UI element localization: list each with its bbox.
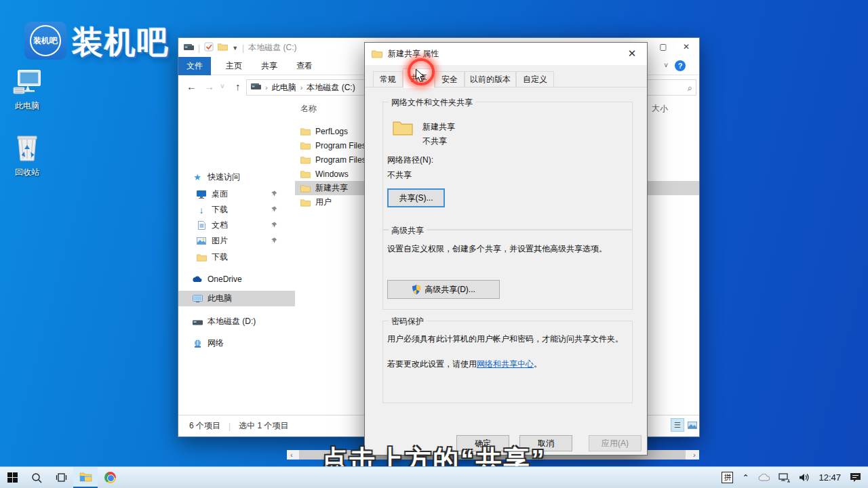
dialog-close-icon[interactable]: ✕ (621, 44, 643, 63)
ribbon-tab-share[interactable]: 共享 (252, 57, 287, 75)
tab-general[interactable]: 常规 (373, 71, 403, 87)
history-dropdown-icon[interactable]: ˅ (220, 83, 224, 90)
taskbar-chrome-button[interactable] (98, 467, 122, 488)
help-icon[interactable]: ? (675, 60, 686, 71)
folder-icon (300, 199, 311, 207)
search-icon: ⌕ (688, 83, 692, 94)
separator: | (229, 422, 231, 431)
maximize-button[interactable]: ▢ (653, 38, 673, 56)
desktop-icon-label: 回收站 (5, 167, 49, 178)
separator: | (242, 43, 244, 53)
group-title: 密码保护 (389, 316, 427, 327)
qat-dropdown-icon[interactable]: ▼ (232, 45, 238, 52)
thumbnail-view-button[interactable] (686, 418, 699, 432)
sidebar-item-network[interactable]: 网络 (178, 336, 295, 351)
taskbar-explorer-button[interactable] (73, 467, 98, 488)
status-selected-count: 选中 1 个项目 (239, 420, 288, 432)
uac-shield-icon (412, 285, 421, 295)
pin-icon (271, 190, 277, 199)
drive-icon (184, 43, 194, 53)
task-view-button[interactable] (49, 467, 73, 488)
ribbon-expand-icon[interactable]: ˅ (664, 62, 668, 69)
onedrive-cloud-icon (192, 276, 203, 283)
drive-icon (192, 319, 203, 325)
search-input[interactable]: ⌕ (645, 79, 696, 96)
sidebar-item-downloads[interactable]: ↓ 下载 (178, 202, 295, 218)
properties-check-icon[interactable] (204, 42, 214, 54)
search-icon (31, 472, 42, 483)
sidebar-item-quick-access[interactable]: ★ 快速访问 (178, 169, 295, 185)
sidebar-item-pictures[interactable]: 图片 (178, 233, 295, 249)
ime-indicator[interactable]: 拼 (722, 472, 733, 483)
folder-icon (300, 170, 311, 178)
chevron-right-icon: › (265, 83, 268, 92)
column-header-size[interactable]: 大小 (652, 103, 668, 115)
navigation-pane: ★ 快速访问 桌面 ↓ 下载 (178, 100, 295, 415)
shared-folder-name: 新建共享 (422, 121, 455, 133)
start-button[interactable] (0, 467, 24, 488)
group-title: 高级共享 (389, 225, 427, 237)
advanced-share-button[interactable]: 高级共享(D)... (387, 280, 500, 299)
dialog-tabs: 常规 共享 安全 以前的版本 自定义 (365, 65, 647, 87)
tab-previous-versions[interactable]: 以前的版本 (465, 71, 516, 87)
desktop-icon (196, 190, 207, 199)
download-arrow-icon: ↓ (196, 205, 207, 216)
details-view-button[interactable]: ☰ (671, 418, 684, 432)
clock[interactable]: 12:47 (818, 472, 841, 483)
pin-icon (271, 205, 277, 215)
network-sharing-center-link[interactable]: 网络和共享中心 (477, 359, 534, 369)
explorer-window-title: 本地磁盘 (C:) (248, 42, 296, 54)
taskbar: 拼 ⌃ 12:47 (0, 466, 868, 488)
folder-icon (300, 127, 311, 136)
pin-icon (271, 237, 277, 246)
sidebar-item-desktop[interactable]: 桌面 (178, 186, 295, 202)
document-icon (196, 221, 207, 230)
pin-icon (271, 221, 277, 230)
taskbar-search-button[interactable] (24, 467, 49, 488)
hidden-icons-chevron[interactable]: ⌃ (742, 473, 749, 483)
volume-icon[interactable] (799, 473, 810, 482)
network-icon (192, 340, 203, 348)
breadcrumb-current[interactable]: 本地磁盘 (C:) (307, 82, 355, 94)
sidebar-item-onedrive[interactable]: OneDrive (178, 271, 295, 287)
group-title: 网络文件和文件夹共享 (389, 97, 475, 108)
this-pc-icon (192, 295, 203, 303)
system-tray: 拼 ⌃ 12:47 (722, 472, 868, 483)
action-center-icon[interactable] (850, 472, 861, 483)
brand-badge-label: 装机吧 (30, 25, 61, 56)
dialog-titlebar: 新建共享 属性 (365, 43, 647, 65)
properties-dialog: 新建共享 属性 ✕ 常规 共享 安全 以前的版本 自定义 网络文件和文件夹共享 … (364, 42, 648, 455)
ribbon-tab-file[interactable]: 文件 (178, 57, 211, 75)
onedrive-tray-icon[interactable] (757, 474, 770, 481)
back-icon[interactable]: ← (186, 81, 197, 92)
star-icon: ★ (192, 172, 203, 182)
folder-icon (196, 253, 207, 262)
ribbon-tab-view[interactable]: 查看 (287, 57, 322, 75)
desktop-icon-label: 此电脑 (5, 100, 49, 112)
dialog-title: 新建共享 属性 (388, 48, 439, 60)
shared-folder-state: 不共享 (422, 136, 447, 147)
ribbon-tab-home[interactable]: 主页 (216, 57, 252, 75)
windows-logo-icon (7, 472, 18, 483)
breadcrumb-this-pc[interactable]: 此电脑 (272, 82, 296, 94)
tab-security[interactable]: 安全 (435, 71, 465, 87)
new-folder-icon[interactable] (218, 43, 228, 53)
tab-customize[interactable]: 自定义 (516, 71, 554, 87)
network-tray-icon[interactable] (778, 473, 790, 483)
brand-logo-text: 装机吧 (72, 22, 170, 64)
sidebar-item-documents[interactable]: 文档 (178, 218, 295, 233)
sidebar-item-downloads-folder[interactable]: 下载 (178, 249, 295, 265)
close-button[interactable]: ✕ (676, 38, 696, 56)
sidebar-item-this-pc[interactable]: 此电脑 (178, 291, 295, 306)
up-icon[interactable]: ↑ (235, 81, 241, 92)
desktop-icon-this-pc[interactable]: 此电脑 (5, 69, 49, 112)
recycle-bin-icon (14, 155, 41, 165)
sidebar-item-disk-d[interactable]: 本地磁盘 (D:) (178, 314, 295, 329)
password-protection-line1: 用户必须具有此计算机的用户帐户和密码，才能访问共享文件夹。 (387, 333, 629, 345)
desktop-icon-recycle-bin[interactable]: 回收站 (5, 133, 49, 178)
forward-icon[interactable]: → (204, 81, 214, 92)
share-button[interactable]: 共享(S)... (387, 188, 445, 207)
column-header-name[interactable]: 名称 (300, 103, 317, 115)
password-protection-line2: 若要更改此设置，请使用网络和共享中心。 (387, 359, 629, 370)
chrome-icon (104, 472, 116, 483)
